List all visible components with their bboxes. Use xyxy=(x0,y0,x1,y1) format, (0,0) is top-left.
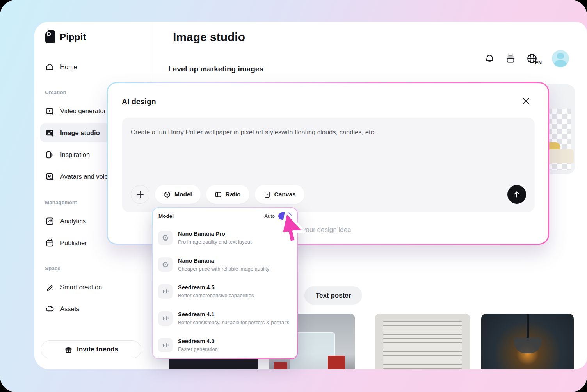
avatars-icon xyxy=(45,172,54,181)
canvas-button-label: Canvas xyxy=(274,191,296,198)
bars-icon xyxy=(158,284,173,299)
ratio-button-label: Ratio xyxy=(226,191,241,198)
add-attachment-button[interactable] xyxy=(131,185,149,204)
model-dropdown: Model Auto Nano Banana Pro Pro image qua… xyxy=(152,207,298,359)
model-cube-icon xyxy=(164,191,171,198)
prompt-text: Create a fun Harry Potter wallpaper in p… xyxy=(131,127,521,137)
sidebar-item-label: Smart creation xyxy=(60,283,102,291)
canvas-button[interactable]: Canvas xyxy=(255,185,304,204)
header-actions: EN xyxy=(484,50,569,67)
bars-icon xyxy=(158,311,173,326)
notifications-bell-icon[interactable] xyxy=(484,53,495,64)
user-avatar[interactable] xyxy=(552,50,569,67)
model-option-seedream-41[interactable]: Seedream 4.1 Better consistency, suitabl… xyxy=(153,305,297,332)
home-icon xyxy=(45,62,54,71)
model-button-label: Model xyxy=(174,191,192,198)
pippit-logo-icon xyxy=(45,30,55,44)
sidebar-section-space: Space xyxy=(45,265,60,271)
ratio-button[interactable]: Ratio xyxy=(206,185,249,204)
model-button[interactable]: Model xyxy=(155,185,201,204)
model-option-seedream-45[interactable]: Seedream 4.5 Better comprehensive capabi… xyxy=(153,278,297,305)
sidebar-item-label: Home xyxy=(60,63,77,71)
language-globe-icon[interactable]: EN xyxy=(526,53,542,64)
background-gradient-frame: Pippit Home Creation Video generator xyxy=(0,0,587,392)
close-icon[interactable] xyxy=(521,96,531,106)
bars-icon xyxy=(158,338,173,352)
gallery-thumbnail-worksheet[interactable] xyxy=(375,314,470,369)
gift-icon xyxy=(64,345,73,354)
smart-creation-icon xyxy=(45,282,54,292)
prompt-input[interactable]: Create a fun Harry Potter wallpaper in p… xyxy=(122,118,535,212)
sidebar-item-label: Publisher xyxy=(60,239,87,247)
text-poster-label: Text poster xyxy=(316,292,351,299)
sidebar-section-creation: Creation xyxy=(45,89,66,95)
sidebar-item-label: Image studio xyxy=(60,129,100,137)
swirl-icon xyxy=(158,257,173,272)
page-title: Image studio xyxy=(173,30,245,44)
section-heading: Level up marketing images xyxy=(168,65,263,73)
analytics-icon xyxy=(45,216,54,226)
brand-logo[interactable]: Pippit xyxy=(45,30,86,44)
invite-friends-button[interactable]: Invite friends xyxy=(41,340,141,358)
sidebar-item-label: Analytics xyxy=(60,217,86,225)
sidebar-item-label: Inspiration xyxy=(60,151,90,159)
sidebar-item-smart-creation[interactable]: Smart creation xyxy=(34,278,150,296)
sidebar-item-home[interactable]: Home xyxy=(34,57,150,76)
inspiration-icon xyxy=(45,150,54,159)
assets-cloud-icon xyxy=(45,304,54,314)
sidebar-item-label: Video generator xyxy=(60,107,106,115)
avatar-silhouette xyxy=(557,53,564,59)
dropdown-title: Model xyxy=(158,213,174,219)
model-option-nano-banana-pro[interactable]: Nano Banana Pro Pro image quality and te… xyxy=(153,225,297,251)
publisher-icon xyxy=(45,238,54,248)
sidebar-section-management: Management xyxy=(45,200,77,205)
auto-toggle[interactable] xyxy=(278,212,292,220)
sidebar-item-label: Assets xyxy=(60,305,80,313)
stack-inbox-icon[interactable] xyxy=(505,53,516,64)
canvas-sparkle-icon xyxy=(263,191,271,198)
swirl-icon xyxy=(158,231,173,245)
text-poster-button[interactable]: Text poster xyxy=(304,286,362,305)
image-studio-icon xyxy=(45,128,54,137)
submit-generate-button[interactable] xyxy=(507,185,526,204)
gallery-thumbnail-industrial-lamp[interactable] xyxy=(481,314,574,369)
language-badge: EN xyxy=(535,60,542,66)
sidebar-item-assets[interactable]: Assets xyxy=(34,299,150,318)
ratio-layout-icon xyxy=(215,191,222,198)
auto-label: Auto xyxy=(264,213,275,219)
model-option-seedream-40[interactable]: Seedream 4.0 Faster generation xyxy=(153,331,297,358)
brand-name: Pippit xyxy=(60,32,86,43)
modal-title: AI design xyxy=(122,97,156,106)
invite-friends-label: Invite friends xyxy=(77,346,118,353)
model-option-nano-banana[interactable]: Nano Banana Cheaper price with reliable … xyxy=(153,251,297,278)
video-generator-icon xyxy=(45,106,54,116)
